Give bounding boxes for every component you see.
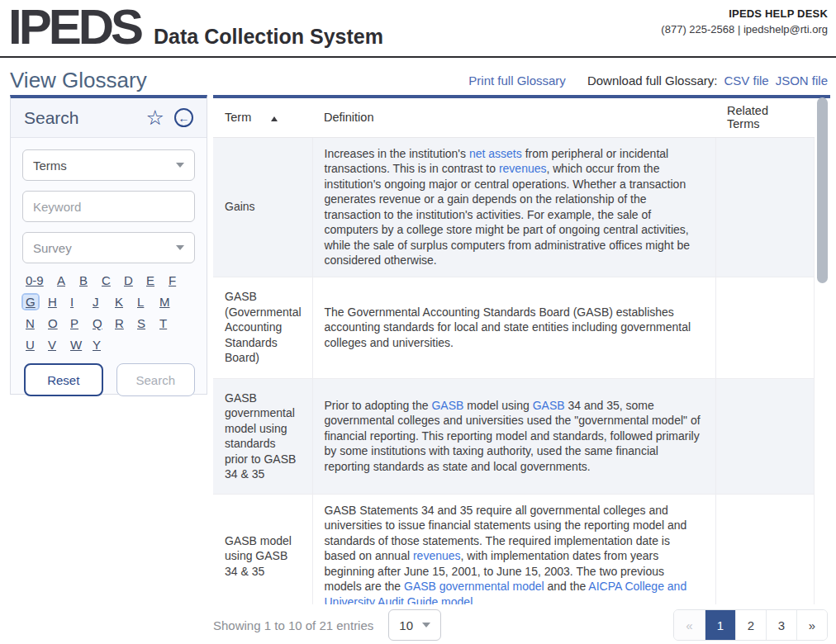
alphabet-letter-A[interactable]: A <box>57 273 65 287</box>
search-panel: Search ☆ ← Terms Survey 0-9ABCDEFGHIJKLM… <box>10 95 207 395</box>
search-panel-header: Search ☆ ← <box>11 98 207 138</box>
collapse-back-circle-icon[interactable]: ← <box>174 108 193 127</box>
help-desk-title: IPEDS HELP DESK <box>661 7 828 20</box>
alphabet-letter-I[interactable]: I <box>70 295 74 309</box>
keyword-input[interactable] <box>33 200 184 214</box>
related-terms-cell <box>715 378 814 494</box>
terms-select-value: Terms <box>33 159 67 173</box>
brand-subtitle: Data Collection System <box>154 25 383 49</box>
definition-term-link[interactable]: revenues <box>499 162 547 175</box>
alphabet-letter-E[interactable]: E <box>146 273 154 287</box>
term-cell: GASB governmental model using standards … <box>213 378 312 494</box>
table-header-row: Term Definition Related Terms <box>213 98 814 137</box>
search-button[interactable]: Search <box>116 363 196 396</box>
alphabet-letter-H[interactable]: H <box>48 295 57 309</box>
alphabet-letter-S[interactable]: S <box>137 316 145 330</box>
related-terms-cell <box>715 494 814 604</box>
survey-select[interactable]: Survey <box>22 232 195 263</box>
definition-cell: Increases in the institution's net asset… <box>312 137 715 277</box>
definition-cell: The Governmental Accounting Standards Bo… <box>312 277 715 378</box>
page-size-select[interactable]: 10 <box>388 609 441 641</box>
table-scrollbar-thumb[interactable] <box>817 97 828 283</box>
table-row: GASB model using GASB 34 & 35GASB Statem… <box>213 494 814 604</box>
json-file-link[interactable]: JSON file <box>776 73 828 88</box>
download-label: Download full Glossary: <box>587 73 718 88</box>
alphabet: 0-9ABCDEFGHIJKLMNOPQRSTUVWY <box>26 273 193 352</box>
page-button-next[interactable]: » <box>796 610 827 640</box>
alphabet-letter-B[interactable]: B <box>79 273 88 287</box>
alphabet-letter-Y[interactable]: Y <box>93 338 101 352</box>
toolbar-links: Print full Glossary Download full Glossa… <box>468 73 828 88</box>
survey-select-value: Survey <box>33 241 72 255</box>
help-desk: IPEDS HELP DESK (877) 225-2568 | ipedshe… <box>661 7 828 36</box>
search-panel-icons: ☆ ← <box>146 107 193 128</box>
alphabet-letter-N[interactable]: N <box>26 316 35 330</box>
alphabet-letter-G[interactable]: G <box>23 295 38 309</box>
alphabet-letter-O[interactable]: O <box>48 316 58 330</box>
print-full-glossary-link[interactable]: Print full Glossary <box>468 73 566 88</box>
related-terms-cell <box>715 137 814 277</box>
table-row: GASB (Governmental Accounting Standards … <box>213 277 814 378</box>
page-button-3[interactable]: 3 <box>766 610 796 640</box>
column-header-term[interactable]: Term <box>213 98 312 137</box>
alphabet-letter-R[interactable]: R <box>115 316 124 330</box>
definition-term-link[interactable]: revenues <box>413 549 461 562</box>
related-terms-cell <box>715 277 814 378</box>
chevron-down-icon <box>422 623 430 627</box>
alphabet-letter-C[interactable]: C <box>102 273 111 287</box>
help-desk-contact: (877) 225-2568 | ipedshelp@rti.org <box>661 23 828 36</box>
term-cell: GASB model using GASB 34 & 35 <box>213 494 312 604</box>
glossary-table-panel: Term Definition Related Terms GainsIncre… <box>213 95 830 604</box>
alphabet-letter-D[interactable]: D <box>124 273 133 287</box>
help-desk-separator: | <box>738 23 740 36</box>
definition-term-link[interactable]: net assets <box>469 147 522 160</box>
definition-cell: GASB Statements 34 and 35 require all go… <box>312 494 715 604</box>
page-size-value: 10 <box>399 618 413 632</box>
ipeds-logo: IPEDS <box>8 0 140 54</box>
definition-term-link[interactable]: GASB <box>431 399 463 412</box>
keyword-field-wrap <box>22 191 195 222</box>
alphabet-letter-P[interactable]: P <box>70 316 78 330</box>
page-title: View Glossary <box>10 68 147 93</box>
alphabet-letter-0-9[interactable]: 0-9 <box>26 273 44 287</box>
help-desk-phone: (877) 225-2568 <box>661 23 734 36</box>
alphabet-letter-T[interactable]: T <box>159 316 167 330</box>
terms-select[interactable]: Terms <box>22 149 195 181</box>
search-panel-buttons: Reset Search <box>22 363 195 396</box>
sort-ascending-icon <box>271 116 278 121</box>
alphabet-letter-L[interactable]: L <box>137 295 144 309</box>
table-footer: Showing 1 to 10 of 21 entries 10 «123» <box>213 608 828 642</box>
download-cluster: Download full Glossary: CSV file JSON fi… <box>587 73 828 88</box>
app-header: IPEDS Data Collection System IPEDS HELP … <box>0 0 836 58</box>
alphabet-letter-U[interactable]: U <box>26 338 35 352</box>
reset-button[interactable]: Reset <box>24 363 103 396</box>
page-button-prev[interactable]: « <box>674 610 705 640</box>
favorite-star-icon[interactable]: ☆ <box>146 107 164 128</box>
alphabet-letter-F[interactable]: F <box>169 273 176 287</box>
search-panel-body: Terms Survey 0-9ABCDEFGHIJKLMNOPQRSTUVWY… <box>11 138 207 408</box>
column-header-related-terms[interactable]: Related Terms <box>715 98 814 137</box>
glossary-table-body: GainsIncreases in the institution's net … <box>213 137 814 604</box>
column-header-definition[interactable]: Definition <box>312 98 715 137</box>
brand: IPEDS Data Collection System <box>8 0 383 54</box>
page-button-1[interactable]: 1 <box>705 610 735 640</box>
showing-entries-text: Showing 1 to 10 of 21 entries <box>213 618 373 632</box>
page-button-2[interactable]: 2 <box>735 610 766 640</box>
alphabet-letter-K[interactable]: K <box>115 295 123 309</box>
table-row: GASB governmental model using standards … <box>213 378 814 494</box>
definition-term-link[interactable]: GASB <box>533 399 565 412</box>
chevron-down-icon <box>176 163 184 168</box>
chevron-down-icon <box>176 245 184 250</box>
alphabet-letter-V[interactable]: V <box>48 338 56 352</box>
term-cell: Gains <box>213 137 312 277</box>
help-desk-email[interactable]: ipedshelp@rti.org <box>743 23 828 36</box>
definition-cell: Prior to adopting the GASB model using G… <box>312 378 715 494</box>
alphabet-letter-W[interactable]: W <box>70 338 82 352</box>
alphabet-letter-M[interactable]: M <box>159 295 170 309</box>
csv-file-link[interactable]: CSV file <box>724 73 768 88</box>
table-row: GainsIncreases in the institution's net … <box>213 137 814 277</box>
alphabet-letter-J[interactable]: J <box>93 295 99 309</box>
alphabet-letter-Q[interactable]: Q <box>93 316 102 330</box>
pagination: «123» <box>673 609 828 641</box>
definition-term-link[interactable]: GASB governmental model <box>404 580 544 593</box>
